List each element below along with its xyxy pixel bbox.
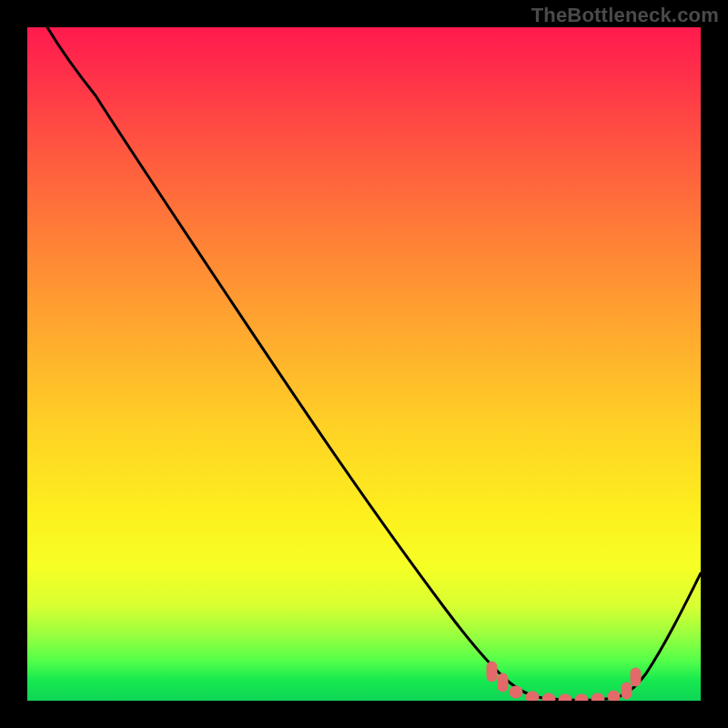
marker-dot [542,693,555,701]
marker-dot [526,692,539,701]
bottleneck-curve [47,27,701,700]
watermark-text: TheBottleneck.com [531,4,719,27]
marker-dot [510,686,522,698]
marker-dot [498,673,508,692]
plot-area [27,27,701,701]
curve-layer [27,27,701,701]
marker-dot [622,682,632,699]
marker-dot [631,668,641,686]
chart-frame: TheBottleneck.com [0,0,728,728]
marker-dot [575,694,588,701]
marker-dot [608,691,620,701]
marker-dot [592,693,604,701]
marker-dot [559,694,571,701]
marker-dot [487,662,497,682]
